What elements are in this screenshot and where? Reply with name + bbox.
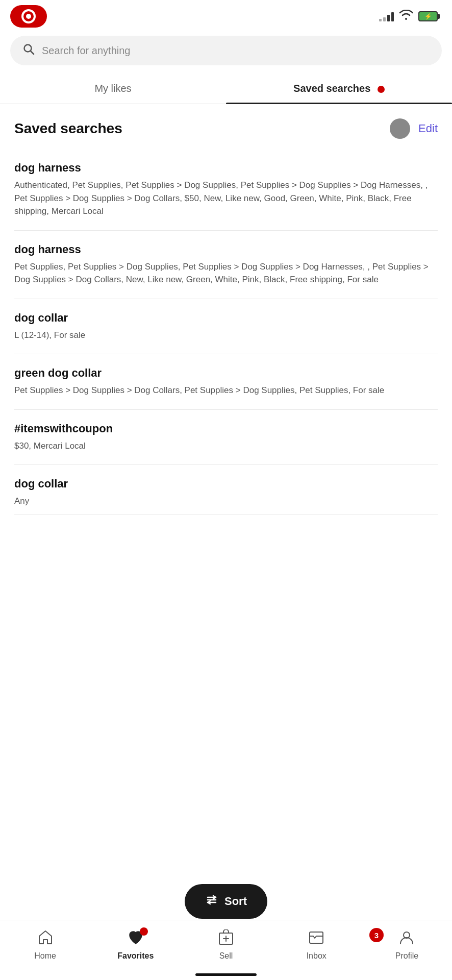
nav-label-home: Home (34, 951, 56, 961)
nav-item-favorites[interactable]: Favorites (90, 925, 181, 965)
sort-label: Sort (224, 895, 247, 908)
nav-item-sell[interactable]: Sell (181, 925, 271, 965)
search-item-desc: L (12-14), For sale (14, 329, 438, 342)
status-icons: ⚡ (379, 10, 438, 23)
search-item-title: dog collar (14, 311, 438, 325)
search-container: Search for anything (0, 31, 452, 74)
section-header: Saved searches Edit (14, 104, 438, 149)
section-title: Saved searches (14, 120, 122, 137)
favorites-dot (140, 927, 148, 936)
nav-item-home[interactable]: Home (0, 925, 90, 965)
search-item-title: dog harness (14, 161, 438, 175)
list-item[interactable]: green dog collar Pet Supplies > Dog Supp… (14, 354, 438, 410)
search-bar[interactable]: Search for anything (10, 36, 442, 65)
main-content: Saved searches Edit dog harness Authenti… (0, 104, 452, 617)
list-item[interactable]: dog collar L (12-14), For sale (14, 299, 438, 355)
target-logo (10, 5, 47, 28)
home-icon (37, 929, 54, 948)
search-item-desc: Authenticated, Pet Supplies, Pet Supplie… (14, 179, 438, 218)
search-placeholder-text: Search for anything (42, 45, 130, 57)
search-item-desc: Pet Supplies, Pet Supplies > Dog Supplie… (14, 260, 438, 286)
tab-saved-searches[interactable]: Saved searches (226, 74, 452, 104)
wifi-icon (399, 10, 413, 23)
notification-badge: 3 (369, 928, 384, 942)
signal-icon (379, 11, 394, 21)
search-item-title: #itemswithcoupon (14, 422, 438, 435)
edit-button[interactable]: Edit (418, 122, 438, 135)
search-item-title: dog collar (14, 477, 438, 491)
nav-item-inbox[interactable]: Inbox (271, 925, 362, 965)
sort-button-container: Sort (185, 884, 267, 919)
tabs-container: My likes Saved searches (0, 74, 452, 104)
nav-label-profile: Profile (395, 951, 418, 961)
svg-line-1 (31, 51, 34, 54)
person-icon (398, 929, 415, 948)
list-item[interactable]: dog harness Authenticated, Pet Supplies,… (14, 149, 438, 231)
search-item-desc: $30, Mercari Local (14, 439, 438, 453)
target-circle-icon (21, 9, 36, 23)
search-item-desc: Any (14, 495, 438, 508)
list-item[interactable]: #itemswithcoupon $30, Mercari Local (14, 410, 438, 465)
svg-rect-8 (310, 932, 323, 943)
tab-dot (378, 86, 385, 93)
nav-label-favorites: Favorites (117, 951, 154, 961)
nav-label-sell: Sell (219, 951, 233, 961)
status-bar: ⚡ (0, 0, 452, 31)
list-item[interactable]: dog harness Pet Supplies, Pet Supplies >… (14, 231, 438, 299)
tab-my-likes[interactable]: My likes (0, 74, 226, 104)
heart-icon (128, 929, 144, 948)
nav-label-inbox: Inbox (307, 951, 327, 961)
sort-button[interactable]: Sort (185, 884, 267, 919)
search-item-title: dog harness (14, 243, 438, 256)
sort-icon (205, 893, 218, 910)
bottom-indicator (195, 973, 257, 976)
inbox-icon (308, 929, 324, 948)
list-item[interactable]: dog collar Any (14, 465, 438, 514)
search-icon (22, 43, 35, 58)
bottom-nav: Home Favorites Sell (0, 920, 452, 980)
battery-icon: ⚡ (418, 11, 438, 21)
sell-icon (218, 929, 234, 948)
loading-indicator (390, 118, 410, 139)
search-item-desc: Pet Supplies > Dog Supplies > Dog Collar… (14, 384, 438, 397)
search-item-title: green dog collar (14, 366, 438, 380)
